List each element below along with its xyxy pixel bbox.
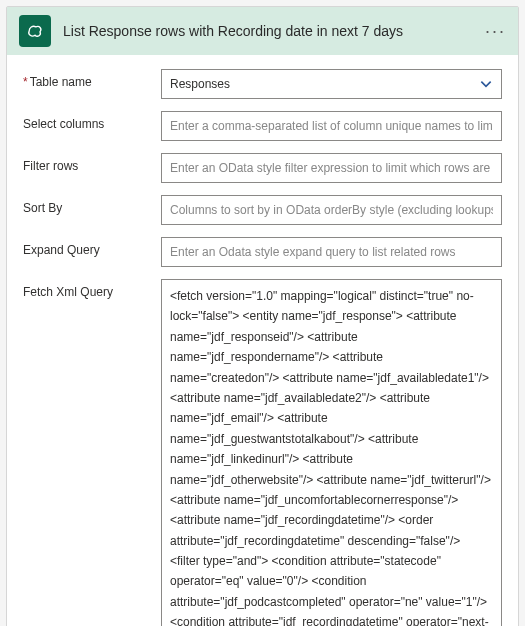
label-fetch-xml: Fetch Xml Query <box>23 279 161 299</box>
label-table-name: *Table name <box>23 69 161 89</box>
label-sort-by: Sort By <box>23 195 161 215</box>
expand-query-input[interactable] <box>162 238 501 266</box>
card-header: List Response rows with Recording date i… <box>7 7 518 55</box>
card-title: List Response rows with Recording date i… <box>63 23 473 39</box>
table-name-select[interactable]: Responses <box>161 69 502 99</box>
chevron-down-icon <box>479 77 493 91</box>
select-columns-input[interactable] <box>162 112 501 140</box>
label-expand-query: Expand Query <box>23 237 161 257</box>
filter-rows-input[interactable] <box>162 154 501 182</box>
label-select-columns: Select columns <box>23 111 161 131</box>
dataverse-icon <box>19 15 51 47</box>
sort-by-input[interactable] <box>162 196 501 224</box>
row-fetch-xml: Fetch Xml Query <fetch version="1.0" map… <box>23 279 502 626</box>
action-card: List Response rows with Recording date i… <box>6 6 519 626</box>
fetch-xml-input[interactable]: <fetch version="1.0" mapping="logical" d… <box>161 279 502 626</box>
card-body: *Table name Responses Select columns Fi <box>7 55 518 626</box>
row-expand-query: Expand Query <box>23 237 502 267</box>
table-name-value: Responses <box>170 77 479 91</box>
row-filter-rows: Filter rows <box>23 153 502 183</box>
more-menu-icon[interactable]: ··· <box>485 22 506 40</box>
row-table-name: *Table name Responses <box>23 69 502 99</box>
row-sort-by: Sort By <box>23 195 502 225</box>
row-select-columns: Select columns <box>23 111 502 141</box>
label-filter-rows: Filter rows <box>23 153 161 173</box>
